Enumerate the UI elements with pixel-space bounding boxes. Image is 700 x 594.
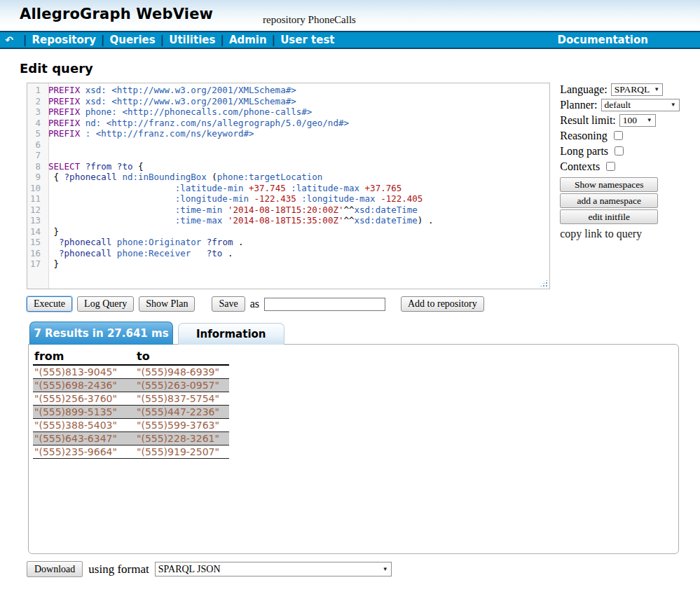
query-options-sidebar: Language: SPARQL ▼ Planner: default ▼ Re… [560,83,700,289]
using-format-label: using format [88,562,149,576]
nav-item-queries[interactable]: Queries [109,34,155,46]
contexts-checkbox[interactable] [606,162,615,171]
nav-item-repository[interactable]: Repository [32,34,96,46]
download-format-select[interactable]: SPARQL JSON ▼ [155,562,392,576]
code-line-10: 10 :latitude-min +37.745 :latitude-max +… [27,183,549,194]
result-limit-label: Result limit: [560,114,616,127]
save-button[interactable]: Save [212,296,245,312]
copy-link-to-query[interactable]: copy link to query [560,228,700,240]
code-line-13: 13 :time-max '2014-08-18T15:35:00Z'^^xsd… [27,215,549,226]
line-number: 15 [27,237,46,248]
result-limit-select[interactable]: 100 ▼ [619,114,656,127]
cell-from: "(555)235-9664" [33,446,135,459]
line-number: 10 [27,183,46,194]
nav-item-documentation[interactable]: Documentation [558,34,648,46]
language-select[interactable]: SPARQL ▼ [611,83,663,96]
chevron-down-icon: ▼ [654,86,659,92]
cell-from: "(555)698-2436" [33,379,135,392]
save-name-input[interactable] [264,298,385,311]
long-parts-checkbox[interactable] [615,146,624,156]
download-row: Download using format SPARQL JSON ▼ [27,561,700,577]
language-row: Language: SPARQL ▼ [560,83,700,96]
add-namespace-button[interactable]: add a namespace [560,193,658,208]
contexts-row: Contexts [560,160,700,173]
line-number: 1 [27,85,46,96]
nav-item-admin[interactable]: Admin [229,34,267,46]
code-line-12: 12 :time-min '2014-08-18T15:20:00Z'^^xsd… [27,205,549,216]
line-number: 2 [27,96,46,107]
code-line-11: 11 :longitude-min -122.435 :longitude-ma… [27,193,549,205]
chevron-down-icon: ▼ [647,117,652,123]
planner-label: Planner: [560,99,597,111]
results-header-row: from to [33,350,229,365]
show-plan-button[interactable]: Show Plan [139,296,195,312]
table-row: "(555)813-9045""(555)948-6939" [33,365,229,379]
query-code-lines: 1PREFIX xsd: <http://www.w3.org/2001/XML… [27,83,549,270]
cell-to: "(555)837-5754" [135,392,229,406]
edit-initfile-button[interactable]: edit initfile [560,209,658,224]
results-panel: from to "(555)813-9045""(555)948-6939""(… [28,344,679,554]
editor-resize-grip[interactable] [540,279,548,287]
log-query-button[interactable]: Log Query [77,296,134,312]
long-parts-row: Long parts [560,144,700,158]
nav-separator: | [220,34,224,46]
planner-row: Planner: default ▼ [560,98,700,111]
planner-select[interactable]: default ▼ [601,99,680,111]
result-limit-row: Result limit: 100 ▼ [560,113,700,127]
cell-to: "(555)948-6939" [135,365,229,379]
long-parts-label: Long parts [560,145,608,158]
nav-separator: | [160,34,164,46]
header-banner: AllegroGraph WebView repository PhoneCal… [0,0,700,31]
code-line-6: 6 [27,139,549,151]
code-line-16: 16 ?phonecall phone:Receiver ?to . [27,248,549,259]
add-to-repository-button[interactable]: Add to repository [401,296,484,312]
chevron-down-icon: ▼ [383,566,388,572]
result-limit-value: 100 [623,115,637,126]
line-number: 3 [27,106,46,118]
tab-information[interactable]: Information [178,323,284,345]
download-button[interactable]: Download [27,561,83,577]
main-content: Edit query 1PREFIX xsd: <http://www.w3.o… [0,61,700,577]
line-number: 5 [27,128,46,139]
code-line-15: 15 ?phonecall phone:Originator ?from . [27,237,549,248]
nav-item-user-test[interactable]: User test [280,34,334,46]
reasoning-label: Reasoning [560,130,608,142]
nav-item-utilities[interactable]: Utilities [169,34,215,46]
page-title: Edit query [20,61,700,76]
table-row: "(555)643-6347""(555)228-3261" [33,432,229,446]
code-line-1: 1PREFIX xsd: <http://www.w3.org/2001/XML… [27,85,549,96]
code-line-2: 2PREFIX xsd: <http://www.w3.org/2001/XML… [27,96,549,107]
code-line-8: 8SELECT ?from ?to { [27,161,549,172]
results-tabs: 7 Results in 27.641 ms Information [29,322,700,345]
show-namespaces-button[interactable]: Show namespaces [560,177,658,192]
chevron-down-icon: ▼ [671,102,676,108]
cell-from: "(555)899-5135" [33,406,135,419]
line-number: 12 [27,205,46,216]
table-row: "(555)388-5403""(555)599-3763" [33,419,229,432]
code-line-17: 17 } [27,258,549,270]
nav-bar: ↶ |Repository|Queries|Utilities|Admin|Us… [0,31,700,49]
save-as-label: as [250,298,259,310]
line-number: 7 [27,150,46,161]
line-number: 11 [27,193,46,205]
nav-separator: | [23,34,27,46]
code-line-5: 5PREFIX : <http://franz.com/ns/keyword#> [27,128,549,139]
table-row: "(555)256-3760""(555)837-5754" [33,392,229,406]
back-arrow-icon[interactable]: ↶ [0,34,18,46]
column-header-to: to [135,350,229,365]
tab-results[interactable]: 7 Results in 27.641 ms [29,322,173,345]
table-row: "(555)899-5135""(555)447-2236" [33,406,229,419]
code-line-14: 14 } [27,226,549,237]
reasoning-checkbox[interactable] [614,131,623,140]
table-row: "(555)235-9664""(555)919-2507" [33,446,229,459]
line-number: 13 [27,215,46,226]
language-label: Language: [560,83,608,96]
query-code-editor[interactable]: 1PREFIX xsd: <http://www.w3.org/2001/XML… [27,83,550,289]
cell-from: "(555)813-9045" [33,365,135,379]
cell-to: "(555)919-2507" [135,446,229,459]
cell-from: "(555)256-3760" [33,392,135,406]
nav-separator: | [101,34,104,46]
planner-value: default [605,99,631,111]
repository-label: repository PhoneCalls [263,14,356,26]
execute-button[interactable]: Execute [27,296,72,312]
